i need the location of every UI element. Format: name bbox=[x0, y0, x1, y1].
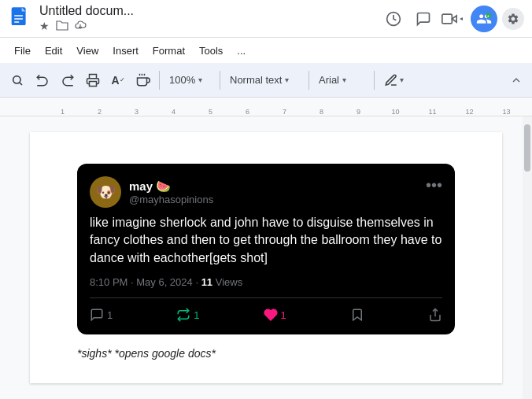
settings-icon[interactable] bbox=[502, 8, 524, 30]
tweet-actions: 1 1 1 bbox=[90, 308, 442, 322]
document-page[interactable]: 🐶 may 🍉 @mayhasopinions ••• like imagine… bbox=[30, 132, 502, 383]
ruler-mark: 10 bbox=[377, 108, 414, 116]
search-button[interactable] bbox=[6, 69, 28, 91]
folder-icon[interactable] bbox=[56, 20, 68, 33]
svg-marker-6 bbox=[452, 15, 456, 21]
print-button[interactable] bbox=[82, 69, 104, 91]
ruler-mark: 5 bbox=[192, 108, 229, 116]
reply-action[interactable]: 1 bbox=[90, 308, 113, 322]
retweet-action[interactable]: 1 bbox=[176, 308, 199, 322]
ruler-mark: 11 bbox=[414, 108, 451, 116]
tweet-header: 🐶 may 🍉 @mayhasopinions ••• bbox=[90, 176, 442, 208]
tweet-user-info: may 🍉 @mayhasopinions bbox=[129, 179, 213, 205]
font-chevron: ▾ bbox=[342, 76, 346, 84]
share-action[interactable] bbox=[428, 308, 442, 322]
ruler-mark: 13 bbox=[488, 108, 525, 116]
right-toolbar-icons: + bbox=[381, 6, 524, 32]
user-avatar[interactable]: + bbox=[471, 6, 497, 32]
ruler-mark: 4 bbox=[155, 108, 192, 116]
ruler-mark: 2 bbox=[81, 108, 118, 116]
title-bar: Untitled docum... ★ + bbox=[0, 0, 532, 38]
reply-count: 1 bbox=[107, 309, 113, 321]
document-area: 🐶 may 🍉 @mayhasopinions ••• like imagine… bbox=[0, 116, 532, 399]
ruler-mark: 1 bbox=[44, 108, 81, 116]
zoom-dropdown[interactable]: 100% ▾ bbox=[164, 69, 215, 91]
svg-line-11 bbox=[20, 83, 22, 85]
font-dropdown[interactable]: Arial ▾ bbox=[314, 69, 369, 91]
toolbar: A✓ 100% ▾ Normal text ▾ Arial ▾ ▾ bbox=[0, 63, 532, 98]
title-action-icons: ★ bbox=[39, 20, 381, 33]
ruler-mark: 6 bbox=[229, 108, 266, 116]
separator-2 bbox=[220, 71, 220, 90]
tweet-text: like imagine sherlock and john have to d… bbox=[90, 214, 442, 267]
ruler-mark: 3 bbox=[118, 108, 155, 116]
bookmark-action[interactable] bbox=[350, 308, 364, 322]
spell-check-button[interactable]: A✓ bbox=[107, 69, 129, 91]
svg-rect-12 bbox=[90, 81, 97, 86]
undo-button[interactable] bbox=[31, 69, 54, 91]
document-title[interactable]: Untitled docum... bbox=[39, 4, 381, 18]
paint-format-button[interactable] bbox=[132, 69, 154, 91]
document-text[interactable]: *sighs* *opens google docs* bbox=[77, 347, 455, 360]
separator-3 bbox=[308, 71, 309, 90]
video-icon[interactable] bbox=[441, 6, 466, 31]
tweet-avatar: 🐶 bbox=[90, 176, 121, 208]
tweet-time: 8:10 PM · May 6, 2024 · 11 Views bbox=[90, 276, 442, 298]
ruler-mark: 7 bbox=[266, 108, 303, 116]
font-value: Arial bbox=[319, 74, 339, 86]
tweet-more-button[interactable]: ••• bbox=[426, 176, 442, 194]
ruler: 1 2 3 4 5 6 7 8 9 10 11 12 13 14 15 bbox=[0, 98, 532, 116]
tweet-card: 🐶 may 🍉 @mayhasopinions ••• like imagine… bbox=[77, 164, 455, 334]
zoom-value: 100% bbox=[169, 74, 195, 86]
ruler-marks: 1 2 3 4 5 6 7 8 9 10 11 12 13 14 15 bbox=[44, 108, 532, 116]
separator-1 bbox=[159, 71, 160, 90]
separator-4 bbox=[374, 71, 375, 90]
menu-view[interactable]: View bbox=[70, 42, 105, 60]
svg-rect-3 bbox=[14, 18, 23, 20]
like-action[interactable]: 1 bbox=[264, 308, 286, 322]
app-icon bbox=[8, 6, 33, 31]
scrollbar[interactable] bbox=[523, 116, 532, 399]
menu-format[interactable]: Format bbox=[146, 42, 191, 60]
history-icon[interactable] bbox=[381, 6, 406, 31]
scrollbar-thumb[interactable] bbox=[524, 124, 530, 172]
pen-chevron: ▾ bbox=[400, 76, 404, 84]
svg-rect-4 bbox=[14, 21, 19, 23]
svg-text:+: + bbox=[487, 13, 490, 18]
menu-insert[interactable]: Insert bbox=[106, 42, 145, 60]
zoom-chevron: ▾ bbox=[198, 76, 202, 84]
ruler-mark: 9 bbox=[340, 108, 377, 116]
like-count: 1 bbox=[281, 309, 286, 321]
menu-edit[interactable]: Edit bbox=[39, 42, 68, 60]
svg-point-10 bbox=[13, 76, 20, 83]
tweet-handle: @mayhasopinions bbox=[129, 194, 213, 205]
menu-tools[interactable]: Tools bbox=[193, 42, 229, 60]
style-chevron: ▾ bbox=[285, 76, 289, 84]
ruler-mark: 12 bbox=[451, 108, 488, 116]
svg-rect-7 bbox=[442, 14, 453, 24]
style-dropdown[interactable]: Normal text ▾ bbox=[225, 69, 304, 91]
redo-button[interactable] bbox=[57, 69, 79, 91]
tweet-username: may 🍉 bbox=[129, 179, 213, 194]
style-value: Normal text bbox=[230, 74, 282, 86]
menu-bar: File Edit View Insert Format Tools ... bbox=[0, 38, 532, 63]
toolbar-collapse-button[interactable] bbox=[507, 71, 526, 90]
title-section: Untitled docum... ★ bbox=[39, 4, 381, 33]
retweet-count: 1 bbox=[194, 309, 199, 321]
star-icon[interactable]: ★ bbox=[39, 20, 50, 33]
tweet-user: 🐶 may 🍉 @mayhasopinions bbox=[90, 176, 213, 208]
comment-icon[interactable] bbox=[411, 6, 436, 31]
ruler-mark: 8 bbox=[303, 108, 340, 116]
menu-file[interactable]: File bbox=[8, 42, 37, 60]
ruler-mark: 14 bbox=[525, 108, 532, 116]
menu-more[interactable]: ... bbox=[231, 42, 252, 60]
cloud-icon[interactable] bbox=[75, 20, 89, 33]
svg-rect-2 bbox=[14, 15, 23, 17]
avatar-emoji: 🐶 bbox=[96, 183, 116, 201]
pen-dropdown[interactable]: ▾ bbox=[379, 69, 408, 91]
